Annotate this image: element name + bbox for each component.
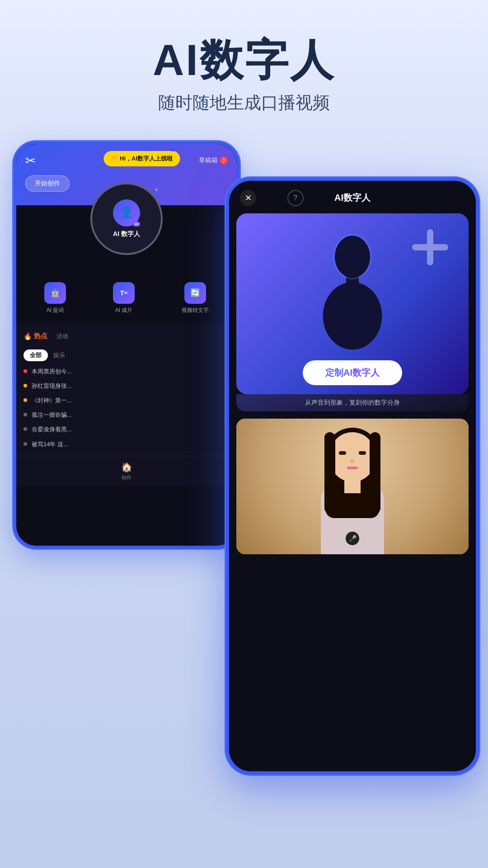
sparkle-icon: ✦ bbox=[154, 187, 159, 193]
ai-prompt-label: AI 提词 bbox=[47, 307, 64, 314]
draft-label: 草稿箱 bbox=[199, 156, 218, 165]
hot-tab-fire[interactable]: 🔥 热点 bbox=[23, 330, 47, 342]
back-phone-inner: ✂ 草稿箱 2 开始创作 👋 Hi，AI数字人上线啦 bbox=[16, 144, 237, 546]
list-item[interactable]: 被骂14年 这... bbox=[23, 440, 230, 448]
phones-container: ✂ 草稿箱 2 开始创作 👋 Hi，AI数字人上线啦 bbox=[0, 132, 488, 793]
tool-ai-prompt[interactable]: 🤖 AI 提词 bbox=[44, 282, 66, 314]
hot-label: 热点 bbox=[34, 332, 47, 340]
tools-row: 🤖 AI 提词 TAI AI 成片 🔄 视频转文字 bbox=[16, 273, 237, 323]
customize-btn-label: 定制AI数字人 bbox=[325, 368, 380, 377]
main-subtitle: 随时随地生成口播视频 bbox=[0, 91, 488, 114]
list-item[interactable]: 本周票房创今... bbox=[23, 368, 230, 376]
list-item[interactable]: 谷爱凌身着黑... bbox=[23, 425, 230, 434]
news-dot-2 bbox=[23, 384, 27, 387]
ai-video-icon: TAI bbox=[113, 282, 135, 304]
eye-right bbox=[359, 451, 366, 455]
home-icon: 🏠 bbox=[121, 462, 132, 472]
news-text-1: 本周票房创今... bbox=[32, 368, 72, 376]
news-text-5: 谷爱凌身着黑... bbox=[32, 425, 72, 434]
news-text-4: 孤注一掷诈骗... bbox=[32, 411, 72, 419]
eye-left bbox=[339, 451, 346, 455]
news-text-3: 《封神》第一... bbox=[32, 396, 72, 405]
news-dot-4 bbox=[23, 413, 27, 416]
news-dot-6 bbox=[23, 442, 27, 446]
start-create-button[interactable]: 开始创作 bbox=[25, 175, 70, 192]
person-icon: 👤 bbox=[120, 206, 133, 220]
news-text-2: 孙红雷现身张... bbox=[32, 382, 72, 390]
draft-badge: 2 bbox=[220, 156, 228, 165]
ai-circle-label: AI 数字人 bbox=[113, 230, 140, 238]
mouth bbox=[347, 467, 358, 469]
svg-point-4 bbox=[323, 282, 382, 349]
nose bbox=[350, 459, 355, 463]
customize-button[interactable]: 定制AI数字人 bbox=[303, 360, 402, 385]
dh-showcase: 定制AI数字人 bbox=[236, 213, 469, 394]
draft-box[interactable]: 草稿箱 2 bbox=[199, 156, 228, 165]
ai-video-label: AI 成片 bbox=[115, 307, 133, 314]
help-button[interactable]: ? bbox=[287, 190, 304, 206]
filter-all[interactable]: 全部 bbox=[23, 349, 48, 361]
hair-left bbox=[324, 432, 335, 514]
front-title: AI数字人 bbox=[334, 192, 371, 204]
scissors-icon: ✂ bbox=[25, 153, 36, 168]
front-phone-header: ✕ ? AI数字人 bbox=[229, 181, 476, 213]
plus-decoration bbox=[410, 227, 450, 269]
dh-silhouette bbox=[307, 231, 398, 358]
hot-content: 🔥 热点 活动 全部 娱乐 本周票房创今... 孙红雷 bbox=[16, 323, 237, 456]
close-button[interactable]: ✕ bbox=[240, 190, 256, 206]
hot-tabs: 🔥 热点 活动 bbox=[23, 330, 230, 342]
mic-icon: 🎤 bbox=[346, 532, 359, 545]
news-dot-3 bbox=[23, 398, 27, 402]
ai-circle-icon: 👤 bbox=[113, 199, 140, 226]
video-to-text-label: 视频转文字 bbox=[182, 307, 209, 314]
video-to-text-icon: 🔄 bbox=[184, 282, 206, 304]
main-title: AI数字人 bbox=[0, 36, 488, 84]
tool-ai-video[interactable]: TAI AI 成片 bbox=[113, 282, 135, 314]
news-dot-1 bbox=[23, 369, 27, 373]
back-phone: ✂ 草稿箱 2 开始创作 👋 Hi，AI数字人上线啦 bbox=[14, 142, 239, 548]
activity-tab[interactable]: 活动 bbox=[55, 330, 70, 342]
ai-prompt-icon: 🤖 bbox=[44, 282, 66, 304]
svg-point-2 bbox=[335, 236, 370, 278]
nav-create[interactable]: 🏠 创作 bbox=[121, 462, 132, 481]
fire-icon: 🔥 bbox=[23, 332, 32, 340]
svg-rect-1 bbox=[412, 244, 448, 250]
page-header: AI数字人 随时随地生成口播视频 bbox=[0, 0, 488, 132]
filter-entertainment[interactable]: 娱乐 bbox=[52, 349, 67, 361]
list-item[interactable]: 《封神》第一... bbox=[23, 396, 230, 405]
ai-popup-bubble: 👋 Hi，AI数字人上线啦 bbox=[103, 151, 180, 166]
news-dot-5 bbox=[23, 427, 27, 431]
hair-right bbox=[370, 432, 380, 514]
nav-create-label: 创作 bbox=[122, 474, 131, 481]
news-list: 本周票房创今... 孙红雷现身张... 《封神》第一... 孤注一掷诈骗... bbox=[23, 368, 230, 448]
neck bbox=[344, 480, 361, 493]
dh-subtitle: 从声音到形象，复刻你的数字分身 bbox=[236, 394, 469, 411]
back-phone-nav: 🏠 创作 bbox=[16, 456, 237, 486]
list-item[interactable]: 孙红雷现身张... bbox=[23, 382, 230, 390]
news-text-6: 被骂14年 这... bbox=[32, 440, 68, 448]
real-person-showcase[interactable]: 🎤 bbox=[236, 419, 469, 554]
head bbox=[330, 432, 375, 482]
front-phone: ✕ ? AI数字人 bbox=[226, 178, 479, 774]
topbar-right: 草稿箱 2 bbox=[199, 156, 228, 165]
list-item[interactable]: 孤注一掷诈骗... bbox=[23, 411, 230, 419]
tool-video-to-text[interactable]: 🔄 视频转文字 bbox=[182, 282, 209, 314]
front-phone-inner: ✕ ? AI数字人 bbox=[229, 181, 476, 771]
ai-circle[interactable]: 👤 ✦ AI 数字人 bbox=[90, 183, 163, 255]
